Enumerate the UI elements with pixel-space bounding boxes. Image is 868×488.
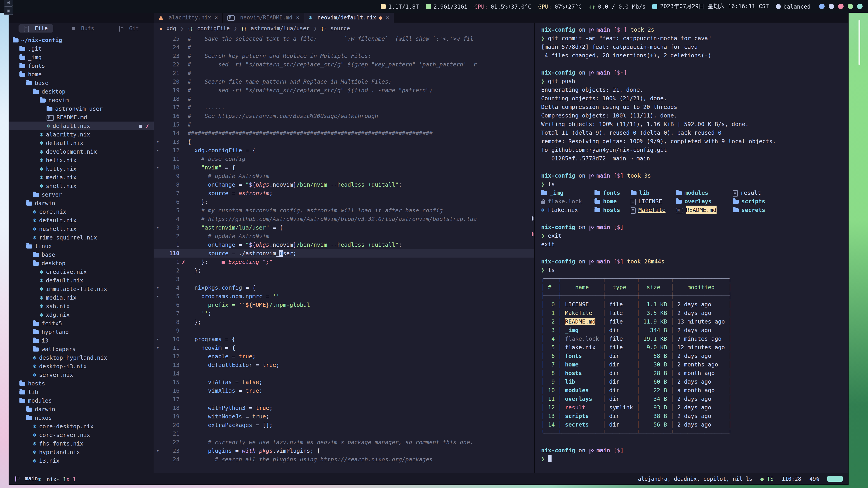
editor[interactable]: ◆xdg❯{}configFile❯{}astronvim/lua/user❯{… xyxy=(154,23,534,473)
explorer-tab-bufs[interactable]: ≡Bufs xyxy=(66,24,99,33)
tree-item-_img[interactable]: _img xyxy=(9,53,154,61)
terminal-line: Writing objects: 100% (11/11), 1.16 KiB … xyxy=(541,120,848,128)
fold-chevron-icon[interactable]: ▾ xyxy=(154,137,161,146)
tree-item-wallpapers[interactable]: wallpapers xyxy=(9,345,154,353)
fold-chevron-icon[interactable]: ▾ xyxy=(154,163,161,172)
tree-item-modules[interactable]: modules xyxy=(9,396,154,405)
fold-chevron-icon[interactable]: ▾ xyxy=(154,335,161,344)
tree-item-nushell.nix[interactable]: ❄nushell.nix xyxy=(9,225,154,233)
breadcrumb-item[interactable]: source xyxy=(331,25,350,32)
tree-item-immutable-file.nix[interactable]: ❄immutable-file.nix xyxy=(9,285,154,293)
explorer-tab-label: File xyxy=(35,25,48,32)
tree-item-ssh.nix[interactable]: ❄ssh.nix xyxy=(9,302,154,311)
tree-item-kitty.nix[interactable]: ❄kitty.nix xyxy=(9,164,154,173)
overlay-scrollbar[interactable] xyxy=(859,20,860,65)
fold-chevron-icon[interactable]: ▾ xyxy=(154,344,161,352)
tree-item-base[interactable]: base xyxy=(9,250,154,259)
breadcrumb-item[interactable]: astronvim/lua/user xyxy=(251,25,309,32)
recording-icon[interactable] xyxy=(838,4,844,9)
tree-item-desktop-hyprland.nix[interactable]: ❄desktop-hyprland.nix xyxy=(9,353,154,362)
workspace-app-2[interactable]: ▣ xyxy=(4,6,13,15)
tree-item-shell.nix[interactable]: ❄shell.nix xyxy=(9,182,154,190)
tree-item-default.nix[interactable]: ❄default.nix●✗ xyxy=(9,122,154,130)
tree-item-server[interactable]: server xyxy=(9,190,154,199)
tree-item-default.nix[interactable]: ❄default.nix xyxy=(9,139,154,147)
close-buffer-icon[interactable]: × xyxy=(386,14,389,21)
terminal-pane[interactable]: nix-config on main [$!] took 2s❯ git com… xyxy=(534,23,848,473)
tree-item-darwin[interactable]: darwin xyxy=(9,405,154,414)
folder-icon xyxy=(13,38,19,42)
tree-item-desktop-i3.nix[interactable]: ❄desktop-i3.nix xyxy=(9,362,154,370)
cursor-position-label: 110:28 xyxy=(782,476,801,482)
tree-item-.git[interactable]: .git xyxy=(9,44,154,53)
buffer-tab-neovim/default.nix[interactable]: ❄neovim/default.nix●× xyxy=(304,13,394,23)
input-method-icon[interactable] xyxy=(857,4,863,9)
line-number: 17 xyxy=(161,103,180,111)
tree-item-creative.nix[interactable]: ❄creative.nix xyxy=(9,267,154,276)
line-number: 17 xyxy=(161,395,180,403)
tree-item-default.nix[interactable]: ❄default.nix xyxy=(9,216,154,225)
tree-item-fcitx5[interactable]: fcitx5 xyxy=(9,319,154,328)
tree-item-core.nix[interactable]: ❄core.nix xyxy=(9,207,154,216)
buffer-tab-alacritty.nix[interactable]: alacritty.nix× xyxy=(154,13,223,23)
tree-item-neovim[interactable]: neovim xyxy=(9,96,154,104)
buffer-tab-neovim/README.md[interactable]: neovim/README.md× xyxy=(223,13,304,23)
tree-item-fonts[interactable]: fonts xyxy=(9,61,154,70)
tree-item-i3[interactable]: i3 xyxy=(9,336,154,345)
tree-item-~/nix-config[interactable]: ~/nix-config xyxy=(9,36,154,44)
tree-item-label: i3 xyxy=(41,337,49,344)
folder-icon xyxy=(20,382,25,386)
tree-item-desktop[interactable]: desktop xyxy=(9,259,154,267)
tree-item-default.nix[interactable]: ❄default.nix xyxy=(9,276,154,285)
breadcrumb-item[interactable]: configFile xyxy=(197,25,230,32)
tree-item-helix.nix[interactable]: ❄helix.nix xyxy=(9,156,154,164)
tree-item-alacritty.nix[interactable]: ❄alacritty.nix xyxy=(9,130,154,139)
tree-item-darwin[interactable]: darwin xyxy=(9,199,154,207)
tree-item-i3.nix[interactable]: ❄i3.nix xyxy=(9,456,154,465)
fold-chevron-icon[interactable]: ▾ xyxy=(154,292,161,300)
workspace-app-1[interactable]: ▣ xyxy=(4,0,13,6)
tree-item-lib[interactable]: lib xyxy=(9,388,154,396)
md-icon xyxy=(676,207,683,213)
tree-item-core-desktop.nix[interactable]: ❄core-desktop.nix xyxy=(9,422,154,431)
fold-chevron-icon[interactable]: ▾ xyxy=(154,447,161,455)
tree-item-nixos[interactable]: nixos xyxy=(9,414,154,422)
fold-chevron-icon[interactable]: ▾ xyxy=(154,146,161,155)
tree-item-astronvim_user[interactable]: astronvim_user xyxy=(9,104,154,113)
code-line: 9 xyxy=(154,326,534,335)
table-row: │ 7 │ home │ dir │ 30 B │ 2 months ago │ xyxy=(541,360,848,369)
tree-item-development.nix[interactable]: ❄development.nix xyxy=(9,147,154,156)
tree-item-core-server.nix[interactable]: ❄core-server.nix xyxy=(9,431,154,439)
file-explorer[interactable]: File≡BufsGit ~/nix-config.git_imgfontsho… xyxy=(9,23,154,473)
tree-item-media.nix[interactable]: ❄media.nix xyxy=(9,293,154,302)
tree-item-home[interactable]: home xyxy=(9,70,154,78)
tree-item-xdg.nix[interactable]: ❄xdg.nix xyxy=(9,311,154,319)
close-buffer-icon[interactable]: × xyxy=(215,14,218,21)
code-area[interactable]: 25 # Save the selected text to a file: `… xyxy=(154,34,534,473)
ls-entry-result: result xyxy=(733,188,761,197)
tree-item-hyprland.nix[interactable]: ❄hyprland.nix xyxy=(9,448,154,456)
git-branch-label: main xyxy=(25,475,38,482)
network-tray-icon[interactable] xyxy=(848,4,853,9)
tree-item-server.nix[interactable]: ❄server.nix xyxy=(9,370,154,379)
tree-item-base[interactable]: base xyxy=(9,78,154,87)
fold-chevron-icon[interactable]: ▾ xyxy=(154,283,161,292)
tree-item-README.md[interactable]: README.md xyxy=(9,113,154,122)
tree-item-hosts[interactable]: hosts xyxy=(9,379,154,388)
tree-item-hyprland[interactable]: hyprland xyxy=(9,328,154,336)
tree-item-media.nix[interactable]: ❄media.nix xyxy=(9,173,154,182)
nix-icon: ❄ xyxy=(40,277,43,284)
explorer-tab-git[interactable]: Git xyxy=(113,24,144,33)
close-buffer-icon[interactable]: × xyxy=(296,14,299,21)
bluetooth-icon[interactable] xyxy=(819,4,825,9)
tree-item-linux[interactable]: linux xyxy=(9,242,154,250)
breadcrumb-item[interactable]: xdg xyxy=(166,25,176,32)
terminal-line: [main 5778d72] feat: catppuccin-mocha fo… xyxy=(541,42,848,51)
table-row: │ 1 │ Makefile │ file │ 3.5 KB │ 2 days … xyxy=(541,308,848,317)
fold-chevron-icon[interactable]: ▾ xyxy=(154,223,161,232)
tree-item-fhs-fonts.nix[interactable]: ❄fhs-fonts.nix xyxy=(9,439,154,448)
volume-icon[interactable] xyxy=(829,4,834,9)
explorer-tab-file[interactable]: File xyxy=(18,24,53,33)
tree-item-rime-squirrel.nix[interactable]: ❄rime-squirrel.nix xyxy=(9,233,154,242)
tree-item-desktop[interactable]: desktop xyxy=(9,87,154,96)
